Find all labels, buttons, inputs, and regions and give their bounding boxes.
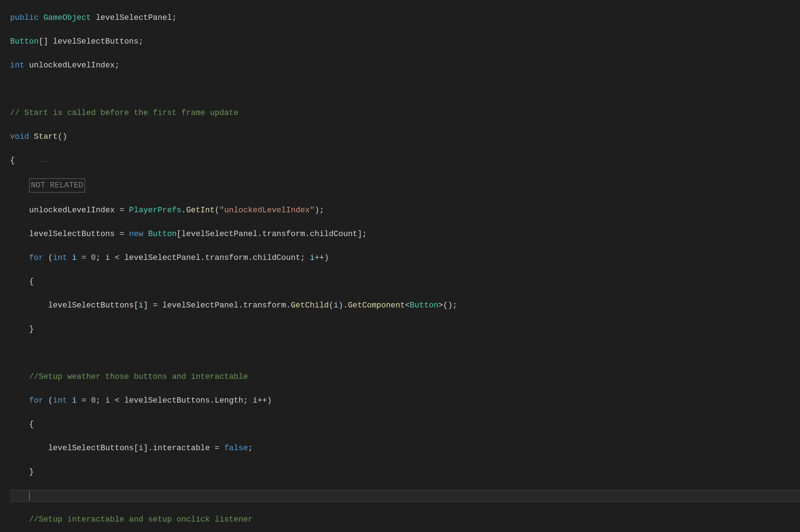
bracket-open: [ (177, 230, 181, 239)
method-call: GetComponent (348, 301, 405, 310)
property: interactable (153, 444, 210, 453)
current-line-highlight (10, 490, 800, 502)
identifier: levelSelectButtons (29, 230, 115, 239)
operator: ++) (315, 253, 329, 262)
angle-open: < (405, 301, 410, 310)
field-name: unlockedLevelIndex (29, 61, 115, 70)
variable: i (105, 396, 110, 405)
brace-close: } (29, 467, 34, 476)
type-button: Button (410, 301, 438, 310)
code-line[interactable]: levelSelectButtons[i].interactable = fal… (10, 442, 800, 454)
variable: i (310, 253, 315, 262)
paren-open: ( (215, 206, 219, 215)
dot: . (248, 253, 253, 262)
code-editor[interactable]: public GameObject levelSelectPanel; Butt… (0, 0, 800, 532)
identifier: levelSelectPanel (162, 301, 238, 310)
semicolon: ; (300, 253, 310, 262)
operator: < (110, 253, 124, 262)
comment: //Setup interactable and setup onclick l… (29, 515, 253, 524)
code-line[interactable]: levelSelectButtons[i] = levelSelectPanel… (10, 300, 800, 311)
variable: i (72, 253, 77, 262)
code-line[interactable]: unlockedLevelIndex = PlayerPrefs.GetInt(… (10, 204, 800, 216)
dot: . (286, 301, 291, 310)
code-line[interactable]: for (int i = 0; i < levelSelectButtons.L… (10, 395, 800, 407)
keyword-int: int (53, 396, 67, 405)
paren-open: ( (329, 301, 334, 310)
text-cursor (29, 491, 30, 500)
type-button: Button (10, 37, 39, 46)
property: childCount (253, 253, 300, 262)
method-call: GetChild (291, 301, 329, 310)
semicolon: ; (172, 13, 177, 22)
keyword-for: for (29, 253, 44, 262)
keyword-public: public (10, 13, 39, 22)
property: Length (215, 396, 243, 405)
code-line[interactable]: // Start is called before the first fram… (10, 107, 800, 119)
operator: < (110, 396, 124, 405)
property: childCount (310, 230, 357, 239)
bracket-close: ] (143, 301, 148, 310)
code-line[interactable]: //Setup weather those buttons and intera… (10, 371, 800, 383)
dot: . (258, 230, 262, 239)
bracket-open: [ (134, 301, 138, 310)
code-line[interactable]: NOT RELATED (10, 178, 800, 192)
dot: . (305, 230, 310, 239)
operator: ++) (258, 396, 272, 405)
dot: . (200, 253, 205, 262)
space (67, 396, 72, 405)
bracket-close: ]. (143, 444, 153, 453)
code-line[interactable]: public GameObject levelSelectPanel; (10, 12, 800, 24)
type-gameobject: GameObject (43, 13, 91, 22)
code-line[interactable]: Button[] levelSelectButtons; (10, 36, 800, 48)
code-line[interactable]: { ... (10, 155, 800, 167)
code-line[interactable]: for (int i = 0; i < levelSelectPanel.tra… (10, 252, 800, 264)
keyword-int: int (53, 253, 67, 262)
code-line-empty[interactable] (10, 83, 800, 95)
semicolon: ; (243, 396, 253, 405)
paren-close: ) (315, 206, 319, 215)
keyword-int: int (10, 61, 25, 70)
code-line[interactable]: } (10, 466, 800, 478)
collapsed-region[interactable]: NOT RELATED (29, 178, 85, 192)
comment: // Start is called before the first fram… (10, 108, 239, 118)
brace-open: { (10, 156, 15, 165)
parens: () (58, 132, 67, 141)
code-line[interactable]: { (10, 418, 800, 430)
code-line[interactable]: } (10, 323, 800, 335)
dot: . (210, 396, 215, 405)
code-line-empty[interactable] (10, 347, 800, 359)
semicolon: ; (138, 37, 143, 46)
comment: //Setup weather those buttons and intera… (29, 372, 248, 381)
identifier: levelSelectPanel (181, 230, 257, 239)
code-line[interactable]: //Setup interactable and setup onclick l… (10, 514, 800, 526)
code-line[interactable]: int unlockedLevelIndex; (10, 59, 800, 71)
code-line[interactable]: void Start() (10, 131, 800, 143)
operator: = (115, 230, 129, 239)
identifier: levelSelectButtons (124, 396, 210, 405)
paren-close: ). (338, 301, 348, 310)
property: transform (205, 253, 248, 262)
variable: i (334, 301, 338, 310)
brace-open: { (29, 420, 34, 429)
keyword-false: false (224, 444, 248, 453)
operator: = (77, 396, 91, 405)
variable: i (138, 301, 143, 310)
string-literal: "unlockedLevelIndex" (219, 206, 315, 215)
identifier: levelSelectPanel (124, 253, 200, 262)
keyword-new: new (129, 230, 143, 239)
semicolon: ; (319, 206, 324, 215)
operator: = (148, 301, 163, 310)
keyword-void: void (10, 132, 29, 141)
angle-close: >() (438, 301, 453, 310)
semicolon: ; (248, 444, 253, 453)
code-line[interactable]: { (10, 276, 800, 288)
variable: i (253, 396, 257, 405)
identifier: unlockedLevelIndex (29, 206, 115, 215)
method-name: Start (34, 132, 58, 141)
code-line[interactable]: levelSelectButtons = new Button[levelSel… (10, 228, 800, 240)
bracket-open: [ (134, 444, 138, 453)
variable: i (105, 253, 110, 262)
semicolon: ; (453, 301, 457, 310)
field-name: levelSelectButtons (53, 37, 139, 46)
code-line-current[interactable] (10, 490, 800, 502)
